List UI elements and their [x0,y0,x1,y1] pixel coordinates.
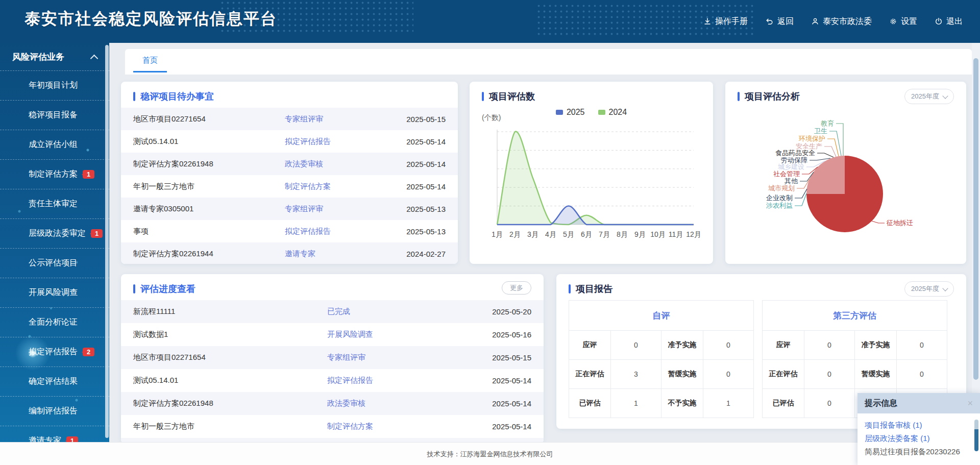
nav-item-1[interactable]: 返回 [765,16,794,27]
app-header: 泰安市社会稳定风险评估信息平台 操作手册返回泰安市政法委设置退出 [0,0,980,43]
sidebar-item-0[interactable]: 年初项目计划 [0,70,109,100]
sidebar-item-3[interactable]: 制定评估方案1 [0,159,109,189]
progress-row: 新流程11111已完成2025-05-20 [121,300,544,323]
x-tick-label: 9月 [634,230,646,238]
pie-label-4: 食品药品安全 [775,149,815,157]
card-pending-tasks-title: 稳评项目待办事宜 [140,90,214,103]
report-year-value: 2025年度 [911,284,939,293]
sidebar-item-4[interactable]: 责任主体审定 [0,189,109,218]
card-progress-view: 评估进度查看 更多 新流程11111已完成2025-05-20测试数据1开展风险… [121,274,544,444]
legend-label: 2024 [609,108,627,117]
card-progress-view-title: 评估进度查看 [140,283,195,295]
nav-item-4[interactable]: 退出 [935,16,963,27]
row-date: 2025-05-14 [475,376,531,385]
report-cell-label: 准予实施 [662,331,703,359]
row-action-link[interactable]: 拟定评估报告 [285,227,389,236]
row-project-name: 地区市项目02271654 [133,353,327,362]
report-table-title: 自评 [569,301,753,331]
report-cell-value: 0 [611,331,662,359]
row-action-link[interactable]: 政法委审核 [327,399,475,408]
pie-label-0: 教育 [821,119,834,127]
report-year-dropdown[interactable]: 2025年度 [904,281,954,297]
popup-link-1[interactable]: 层级政法委备案 (1) [865,432,973,445]
pie-chart: 教育卫生环境保护安全生产食品药品安全劳动保障城乡建设社会管理其他城市规划企业改制… [725,106,966,259]
report-cell-label: 应评 [763,331,804,359]
tab-home[interactable]: 首页 [133,49,167,72]
sidebar-item-7[interactable]: 开展风险调查 [0,278,109,307]
report-cell-value: 1 [703,389,753,418]
row-action-link[interactable]: 专家组评审 [285,204,389,214]
row-action-link[interactable]: 制定评估方案 [285,182,389,191]
title-bar-decoration [482,92,484,101]
sidebar-item-11[interactable]: 编制评估报告 [0,396,109,426]
report-cell-label: 正在评估 [763,360,804,388]
more-button[interactable]: 更多 [502,281,531,295]
title-bar-decoration [738,92,740,101]
sidebar-item-12[interactable]: 邀请专家1 [0,426,109,443]
line-chart: 1月2月3月4月5月6月7月8月9月10月11月12月 [477,123,706,256]
row-action-link[interactable]: 制定评估方案 [327,422,475,431]
row-date: 2025-05-14 [389,137,446,146]
row-date: 2025-05-14 [475,399,531,408]
nav-item-3[interactable]: 设置 [889,16,917,27]
page-scrollbar-thumb[interactable] [973,58,978,380]
row-action-link[interactable]: 开展风险调查 [327,330,475,339]
row-action-link[interactable]: 已完成 [327,307,475,316]
popup-link-0[interactable]: 项目报备审核 (1) [865,419,973,432]
pie-year-dropdown[interactable]: 2025年度 [904,89,954,104]
user-icon [811,17,819,26]
sidebar-item-6[interactable]: 公示评估项目 [0,248,109,278]
nav-item-label: 设置 [901,16,917,27]
legend-item-2024[interactable]: 2024 [598,108,627,117]
report-table-row: 应评0准予实施0 [763,331,947,360]
legend-label: 2025 [567,108,585,117]
pie-label-2: 环境保护 [798,135,825,142]
legend-item-2025[interactable]: 2025 [556,108,585,117]
sidebar-item-8[interactable]: 全面分析论证 [0,307,109,337]
pie-label-11: 涉农利益 [766,202,793,209]
todo-row: 制定评估方案02261944邀请专家2024-02-27 [121,242,458,264]
report-table-row: 已评估1不予实施1 [569,389,753,418]
badge-count: 1 [91,229,103,238]
row-action-link[interactable]: 政法委审核 [285,159,389,169]
x-tick-label: 3月 [527,230,538,238]
row-action-link[interactable]: 专家组评审 [285,114,389,124]
sidebar-group-risk-assessment[interactable]: 风险评估业务 [0,43,109,70]
sidebar-item-label: 公示评估项目 [29,258,78,268]
sidebar-item-10[interactable]: 确定评估结果 [0,366,109,396]
report-cell-value: 0 [703,331,753,359]
popup-scrollbar[interactable] [974,420,978,451]
sidebar: 风险评估业务 年初项目计划稳评项目报备成立评估小组制定评估方案1责任主体审定层级… [0,43,109,443]
sidebar-item-5[interactable]: 层级政法委审定1 [0,218,109,248]
todo-row: 测试05.14.01拟定评估报告2025-05-14 [121,130,458,153]
row-project-name: 邀请专家0305001 [133,204,285,214]
sidebar-item-9[interactable]: 拟定评估报告2 [0,337,109,366]
row-project-name: 年初一般三方地市 [133,422,327,431]
title-bar-decoration [133,284,135,293]
nav-item-0[interactable]: 操作手册 [703,16,748,27]
report-cell-value: 0 [804,360,855,388]
nav-item-2[interactable]: 泰安市政法委 [811,16,872,27]
pie-label-8: 其他 [785,177,798,185]
sidebar-scrollbar[interactable] [105,45,109,438]
popup-title: 提示信息 [865,398,897,409]
row-action-link[interactable]: 专家组评审 [327,353,475,362]
row-date: 2025-05-14 [389,160,446,168]
report-cell-value: 0 [703,360,753,388]
todo-row: 事项拟定评估报告2025-05-13 [121,220,458,242]
row-action-link[interactable]: 拟定评估报告 [285,137,389,146]
nav-item-label: 泰安市政法委 [823,16,872,27]
row-action-link[interactable]: 邀请专家 [285,249,389,259]
x-tick-label: 10月 [650,230,666,238]
report-cell-value: 0 [897,360,947,388]
card-pending-tasks: 稳评项目待办事宜 地区市项目02271654专家组评审2025-05-15测试0… [121,82,458,264]
todo-row: 地区市项目02271654专家组评审2025-05-15 [121,108,458,130]
sidebar-item-1[interactable]: 稳评项目报备 [0,100,109,130]
todo-row: 邀请专家0305001专家组评审2025-05-13 [121,198,458,220]
close-icon[interactable]: × [967,399,973,408]
pie-label-1: 卫生 [814,127,827,135]
badge-count: 1 [83,170,94,179]
todo-row: 制定评估方案02261948政法委审核2025-05-14 [121,153,458,175]
row-action-link[interactable]: 拟定评估报告 [327,376,475,385]
sidebar-item-2[interactable]: 成立评估小组 [0,130,109,159]
